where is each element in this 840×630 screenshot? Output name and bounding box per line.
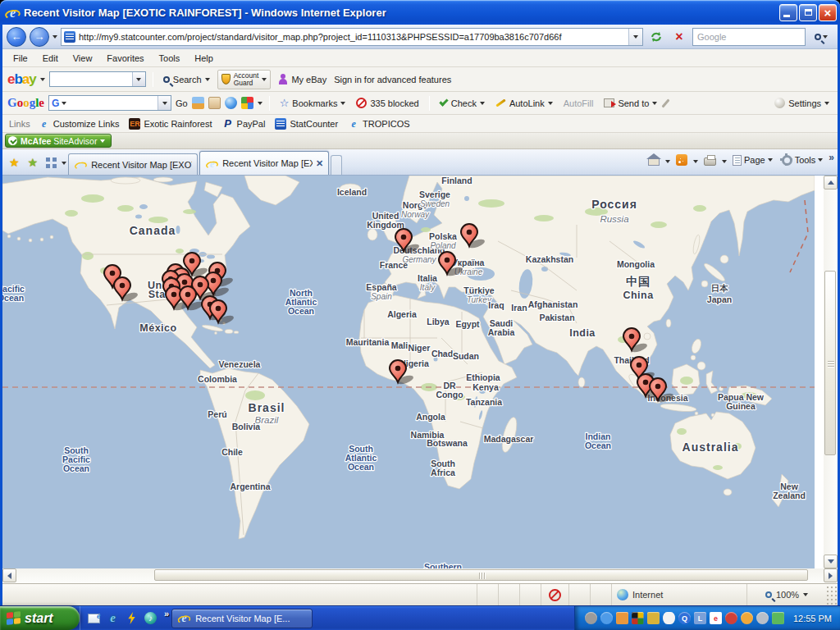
- ebay-signin-text[interactable]: Sign in for advanced features: [334, 75, 451, 84]
- quick-launch-overflow-icon[interactable]: »: [164, 609, 169, 619]
- tab-list-dropdown-icon[interactable]: [62, 162, 66, 165]
- color-profile-tray-icon[interactable]: [632, 612, 644, 624]
- refresh-button[interactable]: [646, 28, 666, 46]
- scroll-right-button[interactable]: [824, 568, 838, 582]
- pointer-device-tray-icon[interactable]: L: [694, 612, 706, 624]
- menu-favorites[interactable]: Favorites: [99, 52, 151, 65]
- feeds-button[interactable]: [673, 150, 691, 170]
- menu-view[interactable]: View: [66, 52, 100, 65]
- launch-winamp-icon[interactable]: [125, 611, 139, 625]
- ebay-logo-dropdown-icon[interactable]: [40, 78, 45, 81]
- zoom-dropdown-icon[interactable]: [803, 593, 808, 596]
- google-spellcheck-button[interactable]: Check: [436, 97, 488, 110]
- page-menu-button[interactable]: Page: [729, 150, 776, 170]
- launch-internet-explorer-icon[interactable]: e: [106, 611, 120, 625]
- google-sendto-button[interactable]: Send to: [600, 97, 660, 110]
- security-center-tray-icon[interactable]: [725, 612, 737, 624]
- launch-outlook-express-icon[interactable]: [87, 611, 101, 625]
- back-button[interactable]: ←: [7, 27, 26, 47]
- visitor-map[interactable]: PacificOceanNorthAtlanticOceanSouthPacif…: [2, 176, 815, 568]
- ebay-my-ebay-button[interactable]: My eBay: [275, 72, 330, 86]
- dropdown-icon[interactable]: [258, 102, 262, 105]
- maximize-button[interactable]: [799, 4, 817, 21]
- photo-viewer-tray-icon[interactable]: [616, 612, 628, 624]
- close-button[interactable]: ×: [819, 4, 837, 21]
- mcafee-product: SiteAdvisor: [53, 136, 97, 146]
- horizontal-scroll-thumb[interactable]: [154, 569, 808, 581]
- toolbar-overflow-icon[interactable]: »: [829, 152, 834, 163]
- sync-manager-tray-icon[interactable]: [772, 612, 784, 624]
- google-bookmarks-button[interactable]: ☆ Bookmarks: [276, 95, 349, 111]
- scroll-left-button[interactable]: [2, 568, 16, 582]
- search-go-button[interactable]: [809, 28, 833, 46]
- print-button[interactable]: [701, 150, 719, 170]
- link-statcounter[interactable]: StatCounter: [275, 118, 338, 130]
- google-settings-button[interactable]: Settings: [771, 96, 833, 110]
- stop-button[interactable]: ×: [669, 28, 689, 46]
- mcafee-siteadvisor-button[interactable]: McAfee SiteAdvisor: [5, 134, 112, 148]
- google-go-button[interactable]: Go: [176, 98, 188, 108]
- ebay-search-button[interactable]: Search: [160, 73, 213, 86]
- link-tropicos[interactable]: eTROPICOS: [348, 118, 409, 130]
- tools-menu-button[interactable]: Tools: [778, 150, 827, 170]
- dropdown-icon[interactable]: [665, 160, 670, 163]
- dropdown-icon[interactable]: [722, 160, 727, 163]
- launch-media-player-icon[interactable]: ♪: [144, 611, 158, 625]
- google-search-dropdown-button[interactable]: [158, 96, 171, 110]
- google-search-input[interactable]: G: [48, 95, 171, 111]
- google-popup-blocker-button[interactable]: 335 blocked: [353, 96, 422, 110]
- menu-tools[interactable]: Tools: [152, 52, 188, 65]
- scroll-down-button[interactable]: [824, 555, 838, 568]
- ebay-search-input[interactable]: [49, 71, 146, 87]
- popup-blocker-status-icon[interactable]: [549, 589, 561, 601]
- address-dropdown-button[interactable]: [628, 29, 642, 45]
- vertical-scrollbar[interactable]: [824, 176, 838, 568]
- ebay-tray-icon[interactable]: e: [710, 612, 722, 624]
- ebay-logo[interactable]: ebay: [7, 71, 36, 88]
- cd-player-tray-icon[interactable]: [585, 612, 597, 624]
- zoom-level[interactable]: 100%: [776, 590, 799, 600]
- cd-burning-tray-icon[interactable]: [741, 612, 753, 624]
- pinwheel-icon[interactable]: [241, 97, 253, 109]
- google-autolink-button[interactable]: AutoLink: [492, 97, 556, 110]
- quick-tabs-button[interactable]: [43, 153, 60, 172]
- pen-tablet-tray-icon[interactable]: [647, 612, 660, 624]
- link-customize-links[interactable]: eCustomize Links: [39, 118, 120, 130]
- url-text[interactable]: http://my9.statcounter.com/project/stand…: [79, 32, 625, 42]
- minimize-button[interactable]: [779, 4, 797, 21]
- news-search-icon[interactable]: [208, 97, 221, 109]
- tab-inactive[interactable]: e Recent Visitor Map [EXOTIC ...: [68, 153, 198, 175]
- ebay-account-guard-button[interactable]: Account Guard: [217, 70, 272, 89]
- earth-icon[interactable]: [225, 97, 237, 109]
- vertical-scroll-thumb[interactable]: [824, 271, 836, 455]
- favorites-center-button[interactable]: ★: [6, 153, 23, 172]
- image-search-icon[interactable]: [192, 97, 204, 109]
- add-favorite-button[interactable]: ★: [25, 153, 42, 172]
- menu-file[interactable]: File: [6, 52, 35, 65]
- highlighter-icon[interactable]: [662, 98, 670, 107]
- new-tab-stub[interactable]: [331, 155, 342, 175]
- quicktime-tray-icon[interactable]: Q: [678, 612, 691, 624]
- home-button[interactable]: [645, 150, 663, 170]
- menu-help[interactable]: Help: [187, 52, 221, 65]
- resize-grip[interactable]: [826, 584, 838, 605]
- mouse-settings-tray-icon[interactable]: [663, 612, 675, 624]
- google-autofill-button[interactable]: AutoFill: [560, 97, 597, 110]
- taskbar-task-button[interactable]: e Recent Visitor Map [E...: [171, 609, 313, 628]
- start-button[interactable]: start: [0, 606, 80, 630]
- tab-close-button[interactable]: ✕: [316, 158, 323, 169]
- search-box[interactable]: Google: [692, 28, 806, 46]
- forward-button[interactable]: →: [30, 27, 49, 47]
- address-bar[interactable]: http://my9.statcounter.com/project/stand…: [61, 28, 643, 46]
- menu-edit[interactable]: Edit: [35, 52, 66, 65]
- windows-update-tray-icon[interactable]: [600, 612, 613, 624]
- volume-tray-icon[interactable]: [756, 612, 769, 624]
- tab-active[interactable]: e Recent Visitor Map [EXOT... ✕: [199, 151, 329, 175]
- link-paypal[interactable]: PPayPal: [222, 118, 266, 130]
- ebay-search-dropdown-button[interactable]: [132, 72, 145, 86]
- dropdown-icon[interactable]: [693, 160, 698, 163]
- link-exotic-rainforest[interactable]: ERExotic Rainforest: [129, 118, 212, 130]
- scroll-up-button[interactable]: [824, 176, 838, 189]
- horizontal-scrollbar[interactable]: [2, 568, 838, 583]
- history-dropdown-icon[interactable]: [52, 35, 57, 39]
